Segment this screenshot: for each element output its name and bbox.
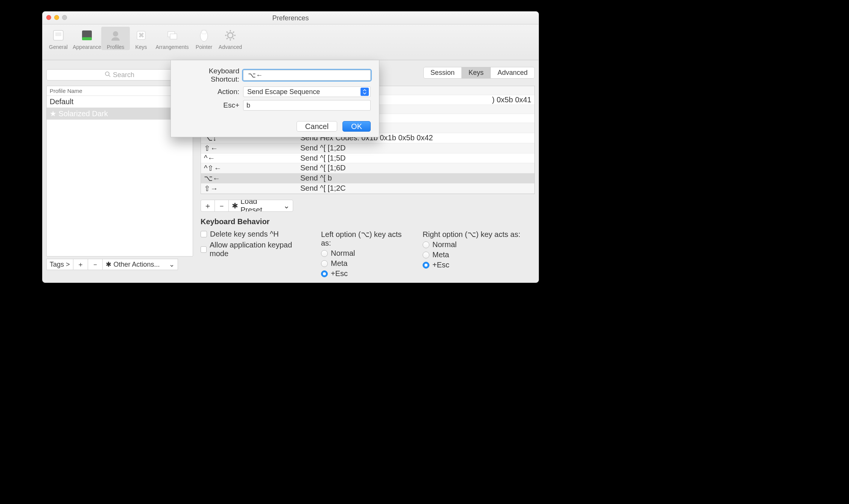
svg-rect-1 [55,32,61,36]
toolbar: General Appearance Profiles ⌘ Keys Arran… [43,24,539,60]
action-label: Action: [179,88,243,96]
toolbar-appearance[interactable]: Appearance [73,27,101,50]
shortcut-field[interactable]: ⌥← [243,70,371,80]
svg-point-19 [105,72,109,76]
tab-keys[interactable]: Keys [462,67,491,78]
remove-profile-button[interactable]: － [88,259,103,270]
tab-session[interactable]: Session [424,67,462,78]
profiles-icon [108,28,123,43]
svg-line-16 [233,38,234,39]
ok-button[interactable]: OK [342,121,371,132]
star-icon: ★ [50,109,59,118]
esc-label: Esc+ [179,101,243,109]
delete-sends-ctrlh[interactable]: Delete key sends ^H [201,230,306,238]
tags-button[interactable]: Tags > [46,259,73,270]
preferences-window: Preferences General Appearance Profiles … [42,11,539,283]
checkbox-icon [201,231,207,237]
svg-rect-3 [82,37,92,40]
chevron-down-icon: ⌄ [169,260,175,269]
table-row[interactable]: ⇧→Send ^[ [1;2C [201,184,534,194]
left-option-esc[interactable]: +Esc [321,269,408,278]
svg-point-4 [113,31,118,36]
right-option-esc[interactable]: +Esc [423,261,520,269]
search-icon [105,71,111,79]
titlebar: Preferences [43,12,539,24]
appearance-icon [79,28,94,43]
svg-text:⌘: ⌘ [138,32,144,38]
general-icon [51,28,66,43]
toolbar-keys[interactable]: ⌘ Keys [130,27,152,50]
advanced-icon [223,28,238,43]
minimize-icon[interactable] [54,15,59,20]
shortcut-label: Keyboard Shortcut: [179,67,243,83]
radio-icon [423,262,429,269]
toolbar-pointer[interactable]: Pointer [192,27,216,50]
gear-icon: ✱ [106,260,111,269]
svg-point-9 [200,30,208,41]
chevron-up-down-icon [361,88,369,96]
svg-line-18 [227,38,228,39]
right-option-label: Right option (⌥) key acts as: [423,230,520,239]
other-actions-button[interactable]: ✱ Other Actions... ⌄ [103,259,178,270]
chevron-down-icon: ⌄ [283,201,290,210]
radio-icon [423,241,429,248]
keyboard-behavior-header: Keyboard Behavior [201,217,535,226]
toolbar-advanced[interactable]: Advanced [216,27,245,50]
radio-icon [321,270,328,277]
keymap-controls: ＋ － ✱ Load Preset... ⌄ [201,200,293,212]
remove-keymap-button[interactable]: － [215,200,229,211]
toolbar-profiles[interactable]: Profiles [101,27,130,50]
left-option-meta[interactable]: Meta [321,259,408,268]
action-select[interactable]: Send Escape Sequence [243,87,371,97]
tab-advanced[interactable]: Advanced [491,67,534,78]
gear-icon: ✱ [232,201,238,210]
esc-field[interactable]: b [243,100,371,111]
load-preset-button[interactable]: ✱ Load Preset... ⌄ [229,200,293,211]
left-option-label: Left option (⌥) key acts as: [321,230,408,247]
table-row[interactable]: ⌥←Send ^[ b [201,173,534,184]
add-keymap-button[interactable]: ＋ [201,200,215,211]
table-row[interactable]: ^←Send ^[ [1;5D [201,153,534,163]
zoom-icon[interactable] [62,15,67,20]
detail-tabs: Session Keys Advanced [423,67,535,79]
left-option-normal[interactable]: Normal [321,249,408,258]
svg-line-15 [227,32,228,33]
profile-bottombar: Tags > ＋ － ✱ Other Actions... ⌄ [46,259,193,270]
allow-app-keypad[interactable]: Allow application keypad mode [201,241,306,258]
radio-icon [423,252,429,258]
keyboard-behavior: Keyboard Behavior Delete key sends ^H Al… [201,217,535,279]
table-row[interactable]: ⇧←Send ^[ [1;2D [201,143,534,153]
close-icon[interactable] [46,15,51,20]
pointer-icon [196,28,211,43]
search-placeholder: Search [113,71,134,79]
arrangements-icon [165,28,180,43]
add-profile-button[interactable]: ＋ [73,259,88,270]
window-controls [46,15,67,20]
svg-line-20 [109,75,110,77]
edit-keymap-sheet: Keyboard Shortcut: ⌥← Action: Send Escap… [170,60,379,137]
window-title: Preferences [43,12,539,24]
checkbox-icon [201,246,207,253]
radio-icon [321,250,328,257]
radio-icon [321,260,328,267]
right-option-meta[interactable]: Meta [423,250,520,259]
svg-point-10 [228,33,233,38]
right-option-normal[interactable]: Normal [423,240,520,249]
svg-rect-8 [170,34,177,39]
cancel-button[interactable]: Cancel [297,121,337,132]
svg-line-17 [233,32,234,33]
table-row[interactable]: ^⇧←Send ^[ [1;6D [201,163,534,173]
toolbar-general[interactable]: General [44,27,73,50]
toolbar-arrangements[interactable]: Arrangements [152,27,192,50]
keys-icon: ⌘ [134,28,149,43]
